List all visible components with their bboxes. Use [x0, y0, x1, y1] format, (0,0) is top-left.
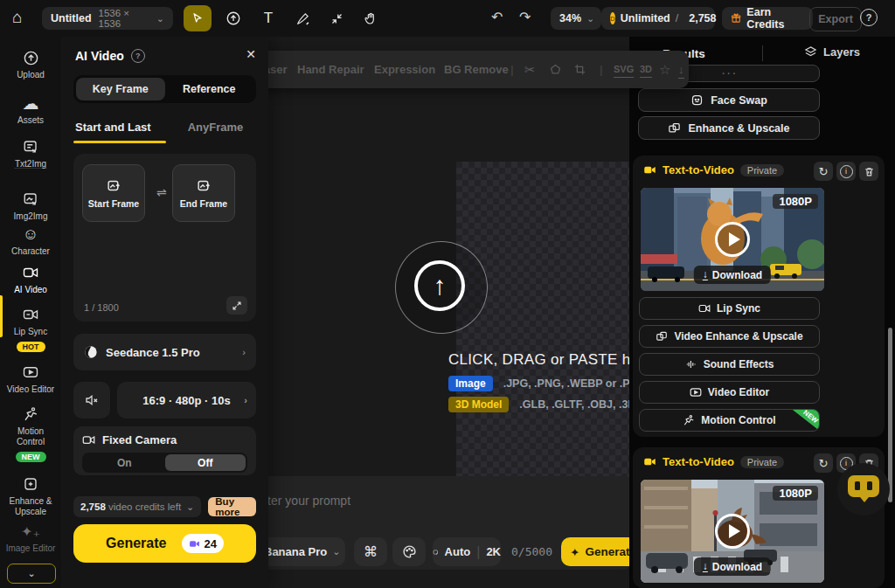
redo-button[interactable]: ↷ — [519, 9, 531, 25]
play-button[interactable] — [715, 514, 750, 549]
3d-export-icon: 3D — [640, 61, 652, 78]
info-button[interactable]: i — [836, 162, 856, 181]
color-palette-button[interactable] — [392, 537, 426, 566]
motion-control-button[interactable]: Motion Control NEW — [639, 409, 820, 432]
close-icon[interactable]: ✕ — [246, 47, 256, 61]
sidebar-item-motion-control[interactable]: Motion Control NEW — [0, 405, 61, 463]
undo-button[interactable]: ↶ — [491, 9, 503, 25]
ai-video-panel: AI Video ? ✕ Key Frame Reference Start a… — [61, 37, 268, 588]
video-enhance-icon — [656, 330, 668, 342]
generate-button[interactable]: Generate 24 — [73, 524, 256, 563]
sidebar-item-character[interactable]: ☺ Character — [0, 225, 61, 257]
sidebar-item-lip-sync[interactable]: Lip Sync HOT — [0, 306, 61, 353]
subtab-anyframe[interactable]: AnyFrame — [188, 121, 244, 134]
sound-effects-button[interactable]: Sound Effects — [639, 353, 820, 376]
toggle-off[interactable]: Off — [165, 454, 246, 471]
text-tool-button[interactable]: T — [254, 5, 282, 31]
home-icon[interactable]: ⌂ — [12, 8, 22, 27]
sidebar-item-upload[interactable]: Upload — [0, 49, 61, 80]
refresh-icon: ↻ — [819, 165, 829, 178]
active-item-indicator — [0, 295, 3, 337]
privacy-badge: Private — [740, 456, 784, 468]
app-window: ↑ CLICK, DRAG or PASTE here Image .JPG, … — [0, 0, 895, 588]
video-credits-count: 2,758 — [689, 12, 716, 24]
fixed-camera-toggle: On Off — [82, 453, 247, 473]
credits-count: 2,758 — [80, 502, 106, 512]
toggle-on[interactable]: On — [84, 454, 165, 471]
chevron-right-icon: › — [244, 395, 247, 405]
fixed-camera-label: Fixed Camera — [102, 433, 177, 446]
expand-icon — [232, 301, 242, 311]
document-size: 1536 × 1536 — [99, 8, 148, 29]
credits-status[interactable]: D Unlimited / 2,758 — [601, 7, 715, 30]
regenerate-button[interactable]: ↻ — [814, 162, 833, 181]
swap-frames-icon[interactable]: ⇌ — [156, 185, 167, 199]
subtab-start-and-last[interactable]: Start and Last — [75, 121, 151, 134]
top-bar: ⌂ Untitled 1536 × 1536 ⌄ T ↶ ↷ 34% ⌄ — [0, 0, 895, 37]
tab-key-frame[interactable]: Key Frame — [76, 78, 165, 100]
mute-toggle[interactable] — [73, 382, 110, 419]
size-selector[interactable]: Auto | 2K — [433, 537, 501, 566]
sidebar-item-image-editor[interactable]: ✦₊ Image Editor — [0, 522, 61, 554]
video-editor-icon — [690, 386, 702, 398]
sidebar-item-ai-video[interactable]: AI Video — [0, 264, 61, 295]
seedance-logo-icon — [84, 345, 98, 359]
video-settings-selector[interactable]: 16:9 · 480p · 10s › — [117, 382, 256, 419]
scrollbar-thumb[interactable] — [888, 328, 892, 502]
support-chat-button[interactable] — [837, 463, 890, 515]
upload-arrow-icon[interactable]: ↑ — [414, 260, 465, 311]
play-button[interactable] — [715, 222, 750, 257]
image-upload-icon — [197, 178, 212, 193]
size-auto-label: Auto — [445, 545, 471, 558]
enhance-upscale-icon — [668, 121, 681, 135]
tab-reference[interactable]: Reference — [165, 78, 254, 100]
upload-tool-button[interactable] — [219, 5, 247, 31]
frame-icon — [433, 546, 439, 558]
motion-control-icon — [0, 405, 61, 423]
model-type-badge: 3D Model — [448, 397, 509, 412]
enhance-upscale-button[interactable]: Enhance & Upscale — [638, 116, 820, 140]
expand-button[interactable] — [226, 296, 247, 315]
sidebar-item-video-editor[interactable]: Video Editor — [0, 363, 61, 395]
sidebar-item-img2img[interactable]: Img2Img — [0, 190, 61, 222]
download-button[interactable]: ↓ Download — [694, 266, 771, 284]
video-enhance-upscale-button[interactable]: Video Enhance & Upscale — [639, 325, 820, 348]
select-tool-button[interactable] — [184, 5, 212, 31]
lip-sync-button[interactable]: Lip Sync — [639, 297, 820, 320]
sidebar-item-label: Upscale — [0, 507, 61, 517]
buy-more-button[interactable]: Buy more — [208, 497, 256, 516]
delete-button[interactable] — [859, 162, 878, 181]
collapse-tool-button[interactable] — [323, 5, 350, 31]
end-frame-upload[interactable]: End Frame — [172, 164, 235, 222]
hand-tool-button[interactable] — [357, 5, 385, 31]
text-to-video-icon — [643, 163, 656, 176]
regenerate-button[interactable]: ↻ — [814, 453, 833, 473]
help-icon[interactable]: ? — [131, 49, 145, 63]
zoom-selector[interactable]: 34% ⌄ — [551, 7, 601, 30]
active-tab-underline — [73, 141, 166, 143]
video-thumbnail[interactable]: 1080P ↓ Download — [641, 480, 824, 583]
help-button[interactable]: ? — [860, 9, 878, 26]
sidebar-item-assets[interactable]: ☁ Assets — [0, 94, 61, 126]
sidebar-item-label: Video Editor — [0, 384, 61, 395]
upload-icon — [0, 49, 61, 66]
document-selector[interactable]: Untitled 1536 × 1536 ⌄ — [42, 7, 173, 30]
video-credits-selector[interactable]: 2,758 video credits left ⌄ — [73, 496, 201, 517]
start-frame-upload[interactable]: Start Frame — [82, 164, 145, 222]
sidebar-item-txt2img[interactable]: Txt2Img — [0, 138, 61, 169]
video-editor-button[interactable]: Video Editor — [639, 381, 820, 404]
cursor-icon — [191, 11, 205, 25]
video-thumbnail[interactable]: 1080P ↓ Download — [641, 188, 824, 291]
keyframe-card: Start Frame ⇌ End Frame 1 / 1800 — [73, 154, 256, 322]
earn-credits-button[interactable]: Earn Credits — [722, 7, 813, 30]
face-swap-button[interactable]: Face Swap — [638, 88, 820, 112]
download-button[interactable]: ↓ Download — [694, 557, 771, 576]
brush-tool-button[interactable] — [288, 5, 316, 31]
tab-layers[interactable]: Layers — [804, 45, 860, 59]
export-button[interactable]: Export — [809, 7, 862, 31]
style-presets-button[interactable]: ⌘ — [354, 537, 387, 566]
sidebar-collapse-button[interactable]: ⌄ — [7, 564, 56, 584]
text-tool-icon: T — [264, 10, 273, 27]
model-selector[interactable]: Seedance 1.5 Pro › — [73, 334, 256, 370]
sidebar-item-enhance-upscale[interactable]: Enhance & Upscale — [0, 475, 61, 517]
